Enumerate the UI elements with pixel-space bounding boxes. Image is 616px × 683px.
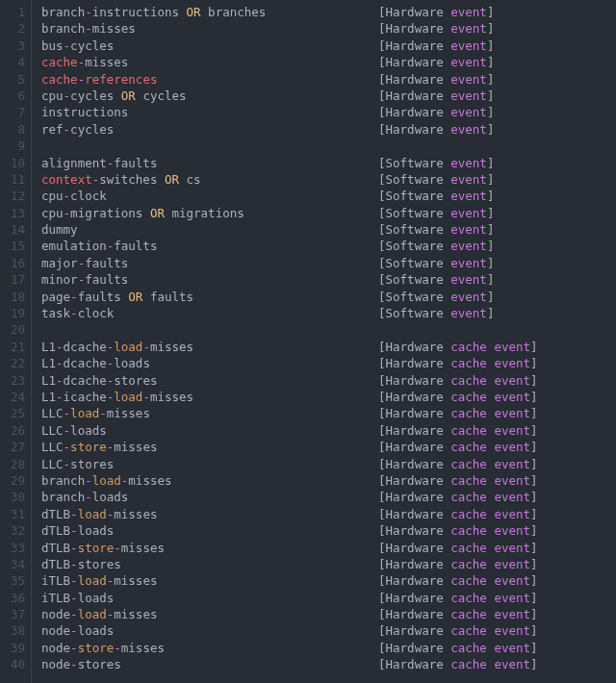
event-name: emulation-faults (41, 238, 378, 254)
code-line: dTLB-stores[Hardware cache event] (41, 556, 616, 572)
line-number-gutter: 1234567891011121314151617181920212223242… (0, 0, 32, 683)
cat-close: ] (487, 21, 495, 36)
token: misses (114, 607, 157, 621)
code-area[interactable]: branch-instructions OR branches[Hardware… (32, 0, 616, 683)
event-category: [Hardware cache event] (378, 556, 538, 572)
line-number: 32 (0, 522, 25, 539)
cat-word-event: event (494, 406, 530, 420)
token: dummy (41, 222, 78, 237)
cat-close: ] (530, 390, 538, 404)
cat-open: [Hardware (378, 657, 450, 671)
cat-open: [Software (378, 189, 450, 203)
token: - (56, 373, 64, 388)
token: node (41, 623, 70, 638)
token: - (70, 557, 78, 571)
token: cycles (70, 122, 114, 137)
token: dTLB (41, 507, 70, 521)
code-line: LLC-store-misses[Hardware cache event] (41, 439, 616, 455)
event-category: [Hardware event] (378, 38, 494, 54)
cat-word-cache: cache (450, 390, 487, 404)
cat-open: [Hardware (378, 507, 450, 521)
token: loads (114, 356, 150, 370)
event-name: ref-cycles (41, 121, 378, 138)
cat-open: [Hardware (378, 591, 450, 605)
cat-close: ] (530, 423, 538, 438)
token: cpu (41, 206, 64, 220)
code-line: cache-references[Hardware event] (41, 71, 616, 88)
cat-word-event: event (494, 591, 530, 605)
token: minor (41, 272, 78, 287)
event-name: branch-misses (41, 20, 378, 37)
event-name: cache-misses (41, 54, 378, 70)
event-name: L1-dcache-load-misses (41, 339, 378, 355)
cat-word: event (450, 206, 487, 220)
code-line: node-store-misses[Hardware cache event] (41, 640, 616, 656)
event-name: LLC-loads (41, 422, 378, 439)
token: LLC (41, 440, 64, 454)
code-line (41, 138, 616, 154)
event-category: [Hardware event] (378, 71, 494, 88)
line-number: 36 (0, 590, 25, 606)
token: misses (92, 21, 136, 36)
event-category: [Hardware cache event] (378, 355, 538, 371)
code-line: node-stores[Hardware cache event] (41, 656, 616, 672)
line-number: 29 (0, 472, 25, 489)
cat-word: event (450, 222, 487, 237)
cat-word: event (450, 38, 487, 53)
line-number: 14 (0, 221, 25, 238)
code-line: dTLB-loads[Hardware cache event] (41, 522, 616, 539)
cat-open: [Software (378, 239, 450, 253)
event-category: [Hardware cache event] (378, 506, 538, 522)
token: faults (114, 239, 157, 253)
token: load (78, 607, 107, 621)
event-name: cache-references (41, 71, 378, 88)
token: node (41, 657, 70, 671)
token: stores (114, 373, 157, 388)
token: bus (41, 38, 64, 53)
token: - (70, 290, 78, 304)
token: OR (150, 206, 165, 220)
cat-word-event: event (494, 356, 530, 370)
code-editor: 1234567891011121314151617181920212223242… (0, 0, 616, 683)
cat-close: ] (487, 222, 495, 237)
token: alignment (41, 156, 107, 170)
code-line: branch-load-misses[Hardware cache event] (41, 472, 616, 489)
line-number: 34 (0, 556, 25, 572)
token: loads (78, 523, 115, 538)
token: switches (99, 172, 157, 187)
code-line: task-clock[Software event] (41, 305, 616, 321)
cat-word-cache: cache (450, 623, 487, 638)
token: stores (70, 457, 114, 471)
event-category: [Hardware cache event] (378, 422, 538, 439)
event-category: [Software event] (378, 188, 494, 204)
token: - (56, 356, 64, 370)
cat-open: [Software (378, 206, 450, 220)
token: misses (121, 641, 165, 655)
cat-close: ] (530, 356, 538, 370)
token: cs (179, 172, 201, 187)
line-number: 9 (0, 138, 25, 154)
cat-word: event (450, 290, 487, 304)
code-line: node-loads[Hardware cache event] (41, 622, 616, 639)
cat-word-event: event (494, 457, 530, 471)
line-number: 12 (0, 188, 25, 204)
code-line: context-switches OR cs[Software event] (41, 171, 616, 188)
cat-word-event: event (494, 340, 530, 354)
event-name: task-clock (41, 305, 378, 321)
cat-word: event (450, 5, 487, 19)
cat-open: [Hardware (378, 423, 450, 438)
token: loads (78, 623, 115, 638)
cat-close: ] (530, 607, 538, 621)
cat-open: [Hardware (378, 641, 450, 655)
event-category: [Hardware cache event] (378, 622, 538, 639)
token: misses (121, 541, 165, 555)
event-name: node-stores (41, 656, 378, 672)
code-line: L1-dcache-loads[Hardware cache event] (41, 355, 616, 371)
cat-close: ] (530, 406, 538, 420)
line-number: 25 (0, 405, 25, 421)
event-category: [Software event] (378, 255, 494, 271)
cat-word-cache: cache (450, 507, 487, 521)
event-category: [Hardware cache event] (378, 656, 538, 672)
token: context (41, 172, 92, 187)
token: - (64, 440, 71, 454)
